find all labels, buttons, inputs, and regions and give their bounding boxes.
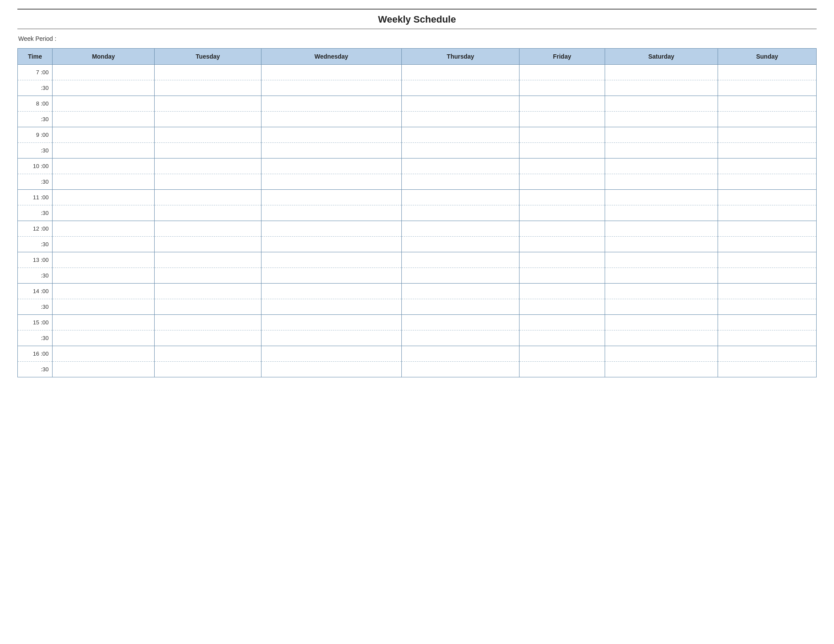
schedule-cell[interactable]: [605, 205, 718, 221]
schedule-cell[interactable]: [520, 80, 605, 96]
schedule-cell[interactable]: [53, 65, 155, 80]
schedule-cell[interactable]: [520, 174, 605, 190]
schedule-cell[interactable]: [718, 174, 817, 190]
schedule-cell[interactable]: [520, 127, 605, 143]
schedule-cell[interactable]: [53, 127, 155, 143]
schedule-cell[interactable]: [155, 268, 261, 284]
schedule-cell[interactable]: [605, 330, 718, 346]
schedule-cell[interactable]: [155, 174, 261, 190]
schedule-cell[interactable]: [261, 268, 401, 284]
schedule-cell[interactable]: [261, 315, 401, 330]
schedule-cell[interactable]: [261, 65, 401, 80]
schedule-cell[interactable]: [401, 237, 519, 252]
schedule-cell[interactable]: [605, 268, 718, 284]
schedule-cell[interactable]: [520, 237, 605, 252]
schedule-cell[interactable]: [718, 330, 817, 346]
schedule-cell[interactable]: [520, 315, 605, 330]
schedule-cell[interactable]: [261, 330, 401, 346]
schedule-cell[interactable]: [53, 299, 155, 315]
schedule-cell[interactable]: [718, 268, 817, 284]
schedule-cell[interactable]: [155, 362, 261, 377]
schedule-cell[interactable]: [53, 80, 155, 96]
schedule-cell[interactable]: [155, 112, 261, 127]
schedule-cell[interactable]: [718, 299, 817, 315]
schedule-cell[interactable]: [520, 190, 605, 205]
schedule-cell[interactable]: [261, 143, 401, 159]
schedule-cell[interactable]: [155, 284, 261, 299]
schedule-cell[interactable]: [155, 299, 261, 315]
schedule-cell[interactable]: [605, 143, 718, 159]
schedule-cell[interactable]: [401, 127, 519, 143]
schedule-cell[interactable]: [53, 205, 155, 221]
schedule-cell[interactable]: [520, 268, 605, 284]
schedule-cell[interactable]: [261, 237, 401, 252]
schedule-cell[interactable]: [261, 190, 401, 205]
schedule-cell[interactable]: [401, 330, 519, 346]
schedule-cell[interactable]: [520, 330, 605, 346]
schedule-cell[interactable]: [155, 190, 261, 205]
schedule-cell[interactable]: [718, 159, 817, 174]
schedule-cell[interactable]: [605, 237, 718, 252]
schedule-cell[interactable]: [401, 362, 519, 377]
schedule-cell[interactable]: [401, 315, 519, 330]
schedule-cell[interactable]: [261, 96, 401, 112]
schedule-cell[interactable]: [53, 174, 155, 190]
schedule-cell[interactable]: [53, 330, 155, 346]
schedule-cell[interactable]: [718, 315, 817, 330]
schedule-cell[interactable]: [401, 190, 519, 205]
schedule-cell[interactable]: [718, 237, 817, 252]
schedule-cell[interactable]: [605, 159, 718, 174]
schedule-cell[interactable]: [261, 159, 401, 174]
schedule-cell[interactable]: [155, 80, 261, 96]
schedule-cell[interactable]: [718, 284, 817, 299]
schedule-cell[interactable]: [155, 252, 261, 268]
schedule-cell[interactable]: [605, 221, 718, 237]
schedule-cell[interactable]: [53, 221, 155, 237]
schedule-cell[interactable]: [401, 346, 519, 362]
schedule-cell[interactable]: [520, 143, 605, 159]
schedule-cell[interactable]: [605, 362, 718, 377]
schedule-cell[interactable]: [401, 143, 519, 159]
schedule-cell[interactable]: [261, 362, 401, 377]
schedule-cell[interactable]: [155, 237, 261, 252]
schedule-cell[interactable]: [155, 159, 261, 174]
schedule-cell[interactable]: [53, 96, 155, 112]
schedule-cell[interactable]: [53, 284, 155, 299]
schedule-cell[interactable]: [605, 252, 718, 268]
schedule-cell[interactable]: [520, 221, 605, 237]
schedule-cell[interactable]: [155, 221, 261, 237]
schedule-cell[interactable]: [155, 143, 261, 159]
schedule-cell[interactable]: [718, 362, 817, 377]
schedule-cell[interactable]: [53, 143, 155, 159]
schedule-cell[interactable]: [261, 174, 401, 190]
schedule-cell[interactable]: [718, 65, 817, 80]
schedule-cell[interactable]: [401, 174, 519, 190]
schedule-cell[interactable]: [261, 284, 401, 299]
schedule-cell[interactable]: [401, 96, 519, 112]
schedule-cell[interactable]: [718, 127, 817, 143]
schedule-cell[interactable]: [605, 284, 718, 299]
schedule-cell[interactable]: [605, 96, 718, 112]
schedule-cell[interactable]: [401, 65, 519, 80]
schedule-cell[interactable]: [401, 159, 519, 174]
schedule-cell[interactable]: [520, 112, 605, 127]
schedule-cell[interactable]: [520, 205, 605, 221]
schedule-cell[interactable]: [605, 80, 718, 96]
schedule-cell[interactable]: [401, 112, 519, 127]
schedule-cell[interactable]: [261, 252, 401, 268]
schedule-cell[interactable]: [155, 346, 261, 362]
schedule-cell[interactable]: [605, 112, 718, 127]
schedule-cell[interactable]: [261, 205, 401, 221]
schedule-cell[interactable]: [155, 315, 261, 330]
schedule-cell[interactable]: [718, 143, 817, 159]
schedule-cell[interactable]: [520, 252, 605, 268]
schedule-cell[interactable]: [718, 205, 817, 221]
schedule-cell[interactable]: [261, 221, 401, 237]
schedule-cell[interactable]: [401, 268, 519, 284]
schedule-cell[interactable]: [605, 65, 718, 80]
schedule-cell[interactable]: [401, 252, 519, 268]
schedule-cell[interactable]: [718, 252, 817, 268]
schedule-cell[interactable]: [718, 112, 817, 127]
schedule-cell[interactable]: [520, 346, 605, 362]
schedule-cell[interactable]: [261, 112, 401, 127]
